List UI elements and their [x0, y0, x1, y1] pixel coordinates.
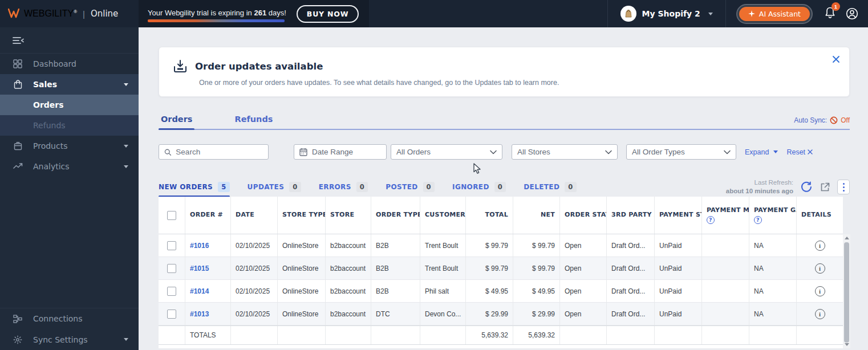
account-icon	[845, 7, 859, 21]
details-info-icon[interactable]: i	[815, 241, 825, 251]
tab-errors[interactable]: ERRORS0	[319, 177, 368, 197]
filter-bar: Date Range All Orders All Stores All Ord…	[159, 144, 850, 160]
sidebar-item-label: Orders	[33, 100, 64, 109]
cell-payment-status: UnPaid	[655, 280, 702, 302]
scroll-down-arrow[interactable]	[845, 343, 849, 346]
cell-order-status: Open	[560, 280, 607, 302]
row-checkbox[interactable]	[167, 264, 176, 273]
auto-sync-value: Off	[841, 116, 850, 124]
sidebar-item-products[interactable]: Products	[0, 136, 139, 156]
sidebar-item-sync-settings[interactable]: Sync Settings	[0, 329, 139, 350]
cell-date: 02/10/2025	[231, 257, 278, 279]
store-selector[interactable]: My Shopify 2	[608, 0, 725, 27]
details-info-icon[interactable]: i	[815, 286, 825, 296]
refresh-button[interactable]	[800, 181, 813, 193]
sidebar-item-analytics[interactable]: Analytics	[0, 156, 139, 177]
brand-name: WEBGILITY®	[24, 9, 77, 19]
sidebar-item-label: Connections	[33, 314, 83, 323]
auto-sync-status[interactable]: Auto Sync: Off	[794, 116, 850, 129]
sidebar-item-sales[interactable]: Sales	[0, 74, 139, 95]
order-number-link[interactable]: #1015	[190, 264, 209, 272]
cell-net: $ 29.99	[513, 303, 560, 325]
banner-close-button[interactable]	[832, 55, 840, 66]
tab-updates[interactable]: UPDATES0	[248, 177, 301, 197]
details-info-icon[interactable]: i	[815, 263, 825, 274]
date-range-picker[interactable]: Date Range	[294, 144, 387, 160]
order-type-filter-select[interactable]: All Order Types	[626, 144, 736, 160]
sidebar-item-connections[interactable]: Connections	[0, 308, 139, 329]
banner-header: Order updates available	[173, 59, 837, 74]
col-payment-method: PAYMENT METHOD ?	[702, 197, 749, 234]
order-filter-select[interactable]: All Orders	[391, 144, 502, 160]
order-number-link[interactable]: #1016	[190, 242, 209, 250]
order-updates-banner: Order updates available One or more of y…	[159, 47, 850, 97]
row-checkbox[interactable]	[167, 310, 176, 319]
cell-store-type: OnlineStore	[278, 257, 326, 279]
sidebar-item-dashboard[interactable]: Dashboard	[0, 54, 139, 74]
sync-off-icon	[830, 116, 838, 124]
totals-net: 5,639.32	[513, 326, 560, 344]
tab-posted[interactable]: POSTED0	[386, 177, 435, 197]
cell-3rd-party-app: Draft Ord...	[607, 280, 655, 302]
col-payment-status: PAYMENT STATUS	[655, 197, 702, 234]
cell-order-status: Open	[560, 234, 607, 257]
cell-3rd-party-app: Draft Ord...	[607, 303, 655, 325]
tab-new-orders[interactable]: NEW ORDERS5	[159, 177, 230, 197]
help-icon[interactable]: ?	[707, 216, 715, 224]
cell-payment-gateway: NA	[749, 303, 797, 325]
table-scrollbar[interactable]	[843, 234, 850, 348]
cell-store: b2baccount	[326, 257, 371, 279]
order-type-filter-value: All Order Types	[632, 148, 685, 156]
col-store-type: STORE TYPE	[278, 197, 326, 234]
chevron-down-icon	[724, 150, 731, 154]
row-checkbox[interactable]	[167, 287, 176, 296]
more-options-button[interactable]	[837, 180, 850, 194]
cell-order-type: B2B	[371, 280, 420, 302]
sidebar-item-orders[interactable]: Orders	[0, 95, 139, 115]
scroll-up-arrow[interactable]	[845, 237, 849, 239]
topbar-right: My Shopify 2 AI Assistant 1	[607, 0, 868, 27]
details-info-icon[interactable]: i	[815, 309, 825, 319]
chevron-down-icon	[124, 165, 128, 168]
tab-deleted[interactable]: DELETED0	[524, 177, 577, 197]
cell-store: b2baccount	[326, 303, 371, 325]
sidebar-collapse-button[interactable]	[0, 27, 139, 54]
row-checkbox[interactable]	[167, 241, 176, 250]
cell-date: 02/10/2025	[231, 303, 278, 325]
buy-now-button[interactable]: BUY NOW	[297, 5, 359, 23]
tab-orders[interactable]: Orders	[159, 115, 194, 129]
cell-payment-method	[702, 280, 749, 302]
last-refresh-value: about 10 minutes ago	[726, 187, 793, 196]
account-button[interactable]	[845, 7, 859, 21]
scrollbar-thumb[interactable]	[844, 242, 849, 343]
chevron-down-icon	[124, 338, 128, 341]
refresh-icon	[800, 181, 813, 193]
cell-order-type: B2B	[371, 234, 420, 257]
reset-filters-link[interactable]: Reset	[786, 148, 813, 156]
expand-filters-link[interactable]: Expand	[745, 148, 778, 156]
tab-refunds[interactable]: Refunds	[232, 115, 275, 129]
trial-notice: Your Webgility trial is expiring in 261 …	[148, 5, 286, 22]
dashboard-icon	[13, 59, 23, 68]
col-payment-gateway: PAYMENT GATEWAY ?	[749, 197, 797, 234]
date-range-label: Date Range	[312, 148, 353, 156]
ai-assistant-button[interactable]: AI Assistant	[739, 7, 810, 21]
main-content: Order updates available One or more of y…	[139, 27, 868, 350]
store-filter-select[interactable]: All Stores	[512, 144, 618, 160]
order-number-link[interactable]: #1014	[190, 287, 209, 295]
notifications-button[interactable]: 1	[824, 6, 836, 21]
sidebar-item-refunds[interactable]: Refunds	[0, 115, 139, 136]
export-button[interactable]	[820, 182, 830, 193]
top-bar: WEBGILITY® | Online Your Webgility trial…	[0, 0, 868, 27]
cell-date: 02/10/2025	[231, 280, 278, 302]
order-number-link[interactable]: #1013	[190, 310, 209, 318]
store-name: My Shopify 2	[642, 9, 700, 18]
calendar-icon	[299, 148, 307, 156]
select-all-checkbox[interactable]	[167, 211, 176, 220]
brand-product: Online	[91, 9, 118, 19]
help-icon[interactable]: ?	[754, 216, 762, 224]
tab-ignored[interactable]: IGNORED0	[452, 177, 506, 197]
cell-store-type: OnlineStore	[278, 234, 326, 257]
chevron-down-icon	[773, 150, 778, 153]
search-input[interactable]	[176, 148, 263, 156]
